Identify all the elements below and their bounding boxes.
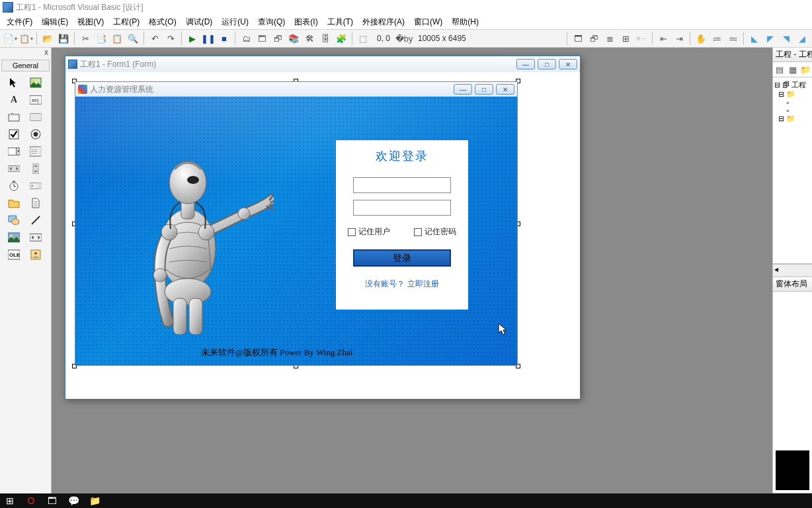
uncomment-button[interactable]: ≕ <box>725 31 740 46</box>
frame-tool[interactable]: xv <box>5 110 22 124</box>
indent-button[interactable]: ⇥ <box>672 31 686 46</box>
save-button[interactable]: 💾 <box>56 31 71 46</box>
listbox-tool[interactable] <box>27 144 44 159</box>
form-layout-panel-body[interactable] <box>773 292 812 493</box>
taskbar-app-wechat[interactable]: 💬 <box>67 495 79 506</box>
login-minimize-button[interactable]: — <box>454 84 472 95</box>
paste-button[interactable]: 📋 <box>110 31 124 46</box>
run-button[interactable]: ▶ <box>185 31 200 46</box>
login-button[interactable]: 登录 <box>353 249 451 267</box>
ole-tool[interactable]: OLE <box>5 247 22 262</box>
toolbox-close-button[interactable]: x <box>0 48 51 60</box>
login-form-titlebar[interactable]: 人力资源管理系统 — □ ✕ <box>75 82 517 97</box>
project-explorer-button[interactable]: 🗂 <box>239 31 253 46</box>
center-button[interactable]: ⊞ <box>618 31 633 46</box>
form-maximize-button[interactable]: □ <box>538 59 556 69</box>
cut-button[interactable]: ✂ <box>78 31 93 46</box>
menu-project[interactable]: 工程(P) <box>109 15 143 29</box>
form-layout-button[interactable]: 🗗 <box>270 31 285 46</box>
breakpoint-button[interactable]: ✋ <box>694 31 708 46</box>
dirlistbox-tool[interactable] <box>5 196 22 210</box>
comment-button[interactable]: ≔ <box>710 31 724 46</box>
form-designer-window[interactable]: 工程1 - Form1 (Form) — □ ✕ <box>65 56 581 400</box>
menu-window[interactable]: 窗口(W) <box>410 15 446 29</box>
login-close-button[interactable]: ✕ <box>496 84 514 95</box>
textbox-tool[interactable]: ab| <box>27 93 44 107</box>
next-bookmark-button[interactable]: ◤ <box>763 31 778 46</box>
line-tool[interactable] <box>27 213 44 228</box>
form-layout-thumbnail[interactable] <box>776 450 809 490</box>
open-button[interactable]: 📂 <box>40 31 55 46</box>
bookmark-button[interactable]: ◣ <box>747 31 762 46</box>
optionbutton-tool[interactable] <box>27 127 44 142</box>
form-design-canvas[interactable]: 人力资源管理系统 — □ ✕ <box>65 72 580 399</box>
timer-tool[interactable] <box>5 179 22 193</box>
menu-tools[interactable]: 工具(T) <box>323 15 357 29</box>
commondialog-tool[interactable] <box>27 247 44 262</box>
menu-format[interactable]: 格式(O) <box>145 15 180 29</box>
outdent-button[interactable]: ⇤ <box>656 31 670 46</box>
menu-diagram[interactable]: 图表(I) <box>290 15 321 29</box>
pointer-tool[interactable] <box>5 75 22 90</box>
project-scrollbar[interactable]: ◂ <box>773 264 812 277</box>
toggle-folders-button[interactable]: 📁 <box>799 62 812 77</box>
stop-button[interactable]: ■ <box>217 31 231 46</box>
clear-bookmarks-button[interactable]: ◢ <box>795 31 809 46</box>
add-project-button[interactable]: 📄 <box>3 31 17 46</box>
menu-query[interactable]: 查询(Q) <box>254 15 289 29</box>
login-form[interactable]: 人力资源管理系统 — □ ✕ <box>75 81 518 366</box>
hscrollbar-tool[interactable] <box>5 161 22 176</box>
project-panel-title[interactable]: 工程 - 工程 <box>773 48 812 62</box>
login-maximize-button[interactable]: □ <box>475 84 493 95</box>
pause-button[interactable]: ❚❚ <box>201 31 216 46</box>
object-browser-button[interactable]: 📚 <box>286 31 301 46</box>
project-panel-body[interactable]: ▤ ▦ 📁 ⊟ 🗐 工程 ⊟ 📁 ▫ ▫ ⊟ 📁 <box>773 62 812 264</box>
taskbar-app-opera[interactable]: O <box>25 495 37 506</box>
toolbox-tab-general[interactable]: General <box>1 60 50 71</box>
find-button[interactable]: 🔍 <box>126 31 140 46</box>
menu-file[interactable]: 文件(F) <box>3 15 36 29</box>
project-tree[interactable]: ⊟ 🗐 工程 ⊟ 📁 ▫ ▫ ⊟ 📁 <box>773 77 812 126</box>
view-object-button[interactable]: ▦ <box>786 62 799 77</box>
form-close-button[interactable]: ✕ <box>559 59 577 69</box>
start-button[interactable]: ⊞ <box>4 495 16 506</box>
drivelistbox-tool[interactable] <box>27 179 44 193</box>
combobox-tool[interactable] <box>5 144 22 159</box>
username-input[interactable] <box>353 177 451 193</box>
taskbar-app-vb[interactable]: 🗔 <box>46 495 58 506</box>
filelistbox-tool[interactable] <box>27 196 44 210</box>
data-tool[interactable] <box>27 230 44 245</box>
menu-view[interactable]: 视图(V) <box>73 15 108 29</box>
send-back-button[interactable]: 🗗 <box>587 31 601 46</box>
component-button[interactable]: 🧩 <box>334 31 348 46</box>
align-button[interactable]: ≣ <box>602 31 617 46</box>
data-view-button[interactable]: 🗄 <box>318 31 333 46</box>
shape-tool[interactable] <box>5 213 22 228</box>
copy-button[interactable]: 📑 <box>94 31 108 46</box>
menu-debug[interactable]: 调试(D) <box>182 15 217 29</box>
vscrollbar-tool[interactable] <box>27 161 44 176</box>
view-code-button[interactable]: ▤ <box>773 62 786 77</box>
menu-run[interactable]: 运行(U) <box>218 15 253 29</box>
form-layout-panel-title[interactable]: 窗体布局 <box>773 277 812 292</box>
redo-button[interactable]: ↷ <box>163 31 178 46</box>
toolbox-button[interactable]: 🛠 <box>302 31 317 46</box>
menu-edit[interactable]: 编辑(E) <box>38 15 72 29</box>
checkbox-tool[interactable] <box>5 127 22 142</box>
remember-password-checkbox[interactable]: 记住密码 <box>414 226 456 237</box>
add-form-button[interactable]: 📋 <box>19 31 33 46</box>
taskbar-app-explorer[interactable]: 📁 <box>89 495 101 506</box>
form-minimize-button[interactable]: — <box>516 59 535 69</box>
undo-button[interactable]: ↶ <box>147 31 162 46</box>
project-root-node[interactable]: 工程 <box>792 81 806 89</box>
label-tool[interactable]: A <box>5 93 22 107</box>
menu-addins[interactable]: 外接程序(A) <box>358 15 409 29</box>
commandbutton-tool[interactable] <box>27 110 44 124</box>
properties-button[interactable]: 🗔 <box>255 31 269 46</box>
register-link[interactable]: 没有账号？ 立即注册 <box>336 278 468 290</box>
prev-bookmark-button[interactable]: ◥ <box>779 31 793 46</box>
remember-user-checkbox[interactable]: 记住用户 <box>348 226 390 237</box>
form-window-titlebar[interactable]: 工程1 - Form1 (Form) — □ ✕ <box>65 56 580 72</box>
menu-help[interactable]: 帮助(H) <box>448 15 483 29</box>
bring-front-button[interactable]: 🗖 <box>571 31 585 46</box>
